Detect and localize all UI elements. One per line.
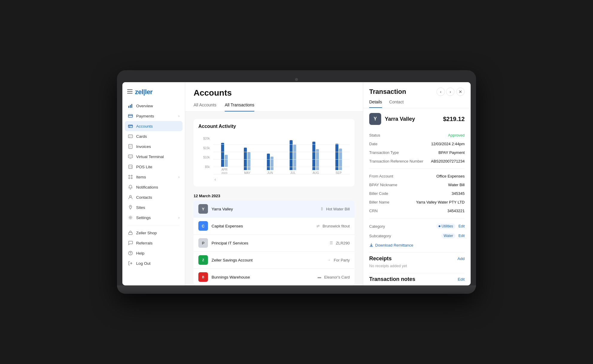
contacts-icon xyxy=(128,195,133,200)
detail-divider-1 xyxy=(369,169,465,169)
accounts-icon xyxy=(128,123,133,129)
bar-sep-dark xyxy=(335,144,338,170)
svg-rect-4 xyxy=(130,105,131,108)
tx-right: ☰ ZLR290 xyxy=(330,241,350,245)
sidebar-item-label-vt: Virtual Terminal xyxy=(136,155,180,159)
svg-rect-1 xyxy=(127,91,133,92)
detail-divider-4 xyxy=(369,273,465,273)
tx-description: ZLR290 xyxy=(336,241,350,245)
bar-apr-light xyxy=(225,155,228,167)
detail-row-biller-name: Biller Name Yarra Valley Water PTY LTD xyxy=(369,198,465,207)
arrow-icon: → xyxy=(327,258,331,262)
bar-chart-icon xyxy=(128,103,133,108)
sidebar-item-label-logout: Log Out xyxy=(136,261,180,266)
tab-contact[interactable]: Contact xyxy=(389,100,404,108)
chart-container: Account Activity $20k $15k $10k $5k xyxy=(194,119,355,186)
tab-all-transactions[interactable]: All Transactions xyxy=(225,103,254,111)
nav-divider xyxy=(128,225,180,225)
detail-close-button[interactable]: ✕ xyxy=(456,88,465,96)
notes-edit-link[interactable]: Edit xyxy=(458,277,465,282)
sidebar-item-cards[interactable]: Cards xyxy=(125,131,183,141)
logout-icon xyxy=(128,261,133,266)
table-row[interactable]: Y Yarra Valley ₿ Hot Water Bill xyxy=(194,201,355,218)
sidebar-item-label-referrals: Referrals xyxy=(136,241,180,245)
settings-icon xyxy=(128,215,133,220)
sidebar-item-overview[interactable]: Overview xyxy=(125,101,183,111)
add-receipt-button[interactable]: Add xyxy=(457,256,465,261)
category-edit-link[interactable]: Edit xyxy=(458,224,465,228)
detail-row-crn: CRN 34543221 xyxy=(369,207,465,215)
detail-header: Transaction ‹ › ✕ xyxy=(363,82,471,96)
svg-rect-20 xyxy=(129,156,130,157)
tx-name: Yarra Valley xyxy=(212,207,317,211)
sidebar-item-items[interactable]: Items › xyxy=(125,172,183,182)
table-row[interactable]: P Principal IT Services ☰ ZLR290 xyxy=(194,235,355,252)
detail-prev-button[interactable]: ‹ xyxy=(437,88,445,96)
table-row[interactable]: C Capital Expenses ⇄ Brunswick fitout xyxy=(194,218,355,235)
bpay-icon: ₿ xyxy=(321,207,323,211)
sidebar-item-label-invoices: Invoices xyxy=(136,144,180,149)
sidebar-item-logout[interactable]: Log Out xyxy=(125,258,183,268)
receipts-section: Receipts Add No receipts added yet xyxy=(369,256,465,268)
detail-next-button[interactable]: › xyxy=(446,88,454,96)
laptop-camera xyxy=(295,78,298,81)
download-remittance-button[interactable]: Download Remittance xyxy=(369,243,465,247)
subcategory-edit-link[interactable]: Edit xyxy=(458,234,465,238)
sidebar-item-accounts[interactable]: Accounts xyxy=(125,121,183,131)
payments-icon xyxy=(128,113,133,119)
table-row[interactable]: B Bunnings Warehouse ▬ Eleanor's Card xyxy=(194,269,355,285)
grid-line-3 xyxy=(213,159,350,160)
detail-panel: Transaction ‹ › ✕ Details Contact xyxy=(363,82,471,285)
tab-details[interactable]: Details xyxy=(369,100,382,108)
sidebar-item-contacts[interactable]: Contacts xyxy=(125,192,183,202)
detail-title: Transaction xyxy=(369,88,406,96)
sidebar-item-invoices[interactable]: Invoices xyxy=(125,141,183,152)
sidebar-item-settings[interactable]: Settings › xyxy=(125,212,183,223)
svg-rect-3 xyxy=(128,106,129,108)
bar-jul-light xyxy=(293,145,296,170)
sidebar-item-payments[interactable]: Payments › xyxy=(125,111,183,121)
detail-tabs: Details Contact xyxy=(363,96,471,108)
help-icon xyxy=(128,250,133,256)
svg-text:Z: Z xyxy=(202,259,204,262)
svg-rect-2 xyxy=(127,93,133,94)
svg-rect-8 xyxy=(128,125,133,128)
receipts-empty-text: No receipts added yet xyxy=(369,264,465,268)
tx-right: ▬ Eleanor's Card xyxy=(317,275,350,279)
sidebar-item-referrals[interactable]: Referrals xyxy=(125,238,183,248)
sidebar-item-virtual-terminal[interactable]: Virtual Terminal xyxy=(125,152,183,162)
svg-rect-10 xyxy=(129,127,130,127)
tx-name: Capital Expenses xyxy=(212,224,313,228)
detail-row-category: Category Utilities Edit xyxy=(369,221,465,231)
tab-bar: All Accounts All Transactions xyxy=(194,103,355,111)
sidebar-item-label-items: Items xyxy=(136,175,175,179)
sidebar-nav: Overview Payments › xyxy=(122,101,185,281)
chart-prev-button[interactable]: ‹ xyxy=(213,177,217,182)
sidebar-item-notifications[interactable]: Notifications xyxy=(125,182,183,192)
detail-row-tx-ref: Transaction Reference Number ABS20200727… xyxy=(369,157,465,166)
chart-month-jul: JUL xyxy=(282,140,304,175)
bar-jun-dark xyxy=(267,154,270,170)
sidebar-item-pos-lite[interactable]: POS Lite xyxy=(125,162,183,172)
detail-body: Y Yarra Valley $219.12 Status Approved D… xyxy=(363,108,471,285)
tab-all-accounts[interactable]: All Accounts xyxy=(194,103,216,111)
sidebar-item-zeller-shop[interactable]: Zeller Shop xyxy=(125,228,183,238)
svg-point-27 xyxy=(131,175,132,176)
category-tag: Utilities xyxy=(436,224,456,229)
chevron-icon-settings: › xyxy=(178,216,180,219)
sidebar-item-sites[interactable]: Sites xyxy=(125,202,183,212)
tx-name: Zeller Savings Account xyxy=(212,258,324,262)
detail-avatar: Y xyxy=(369,113,381,125)
table-row[interactable]: Z Zeller Savings Account → For Party xyxy=(194,252,355,269)
tx-name: Principal IT Services xyxy=(212,241,326,245)
menu-icon[interactable] xyxy=(127,89,133,95)
sidebar-item-label-shop: Zeller Shop xyxy=(136,231,180,235)
sidebar-item-help[interactable]: Help xyxy=(125,248,183,258)
detail-nav: ‹ › xyxy=(437,88,454,96)
svg-point-30 xyxy=(130,195,131,197)
receipts-header: Receipts Add xyxy=(369,256,465,262)
transfer-icon: ⇄ xyxy=(317,224,320,228)
sidebar-item-label-help: Help xyxy=(136,251,180,256)
tx-name: Bunnings Warehouse xyxy=(212,275,314,279)
chart-nav: ‹ xyxy=(213,177,217,182)
